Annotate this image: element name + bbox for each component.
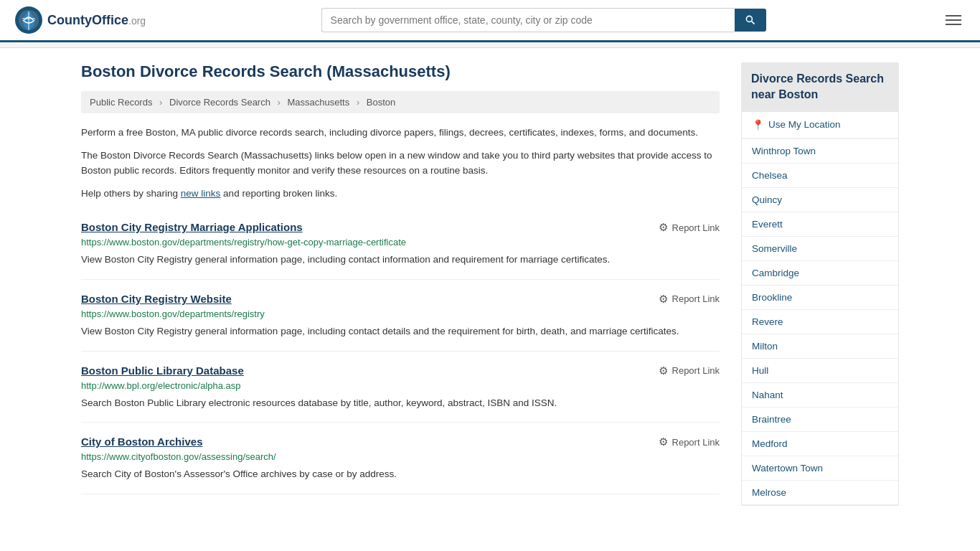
search-icon [745,14,756,26]
new-links-link[interactable]: new links [181,188,221,199]
results-list: Boston City Registry Marriage Applicatio… [81,208,720,494]
search-input[interactable] [321,8,735,32]
result-title-0[interactable]: Boston City Registry Marriage Applicatio… [81,221,303,233]
sidebar-link-12[interactable]: Medford [742,432,898,456]
result-url-3: https://www.cityofboston.gov/assessing/s… [81,451,720,462]
result-url-2: http://www.bpl.org/electronic/alpha.asp [81,380,720,391]
result-desc-3: Search City of Boston's Assessor's Offic… [81,466,720,482]
report-link-button-3[interactable]: ⚙ Report Link [659,435,720,448]
logo-area: CountyOffice.org [14,6,146,34]
sidebar-link-3[interactable]: Everett [742,212,898,236]
breadcrumb: Public Records › Divorce Records Search … [81,91,720,113]
report-label-1: Report Link [672,293,720,304]
intro-paragraph-2: The Boston Divorce Records Search (Massa… [81,148,720,179]
page-title: Boston Divorce Records Search (Massachus… [81,62,720,81]
breadcrumb-divorce-records[interactable]: Divorce Records Search [169,97,270,108]
report-link-button-2[interactable]: ⚙ Report Link [659,364,720,377]
breadcrumb-boston[interactable]: Boston [367,97,395,108]
sidebar-item-braintree[interactable]: Braintree [742,408,898,432]
sidebar-link-10[interactable]: Nahant [742,383,898,407]
result-desc-2: Search Boston Public Library electronic … [81,395,720,411]
sidebar-item-melrose[interactable]: Melrose [742,481,898,505]
report-icon-3: ⚙ [659,435,668,448]
sidebar-link-7[interactable]: Revere [742,310,898,334]
sidebar-link-14[interactable]: Melrose [742,481,898,504]
location-pin-icon: 📍 [752,119,764,131]
breadcrumb-massachusetts[interactable]: Massachusetts [288,97,350,108]
sidebar-link-5[interactable]: Cambridge [742,261,898,285]
sidebar-link-13[interactable]: Watertown Town [742,456,898,480]
report-icon-0: ⚙ [659,221,668,234]
sidebar-link-2[interactable]: Quincy [742,188,898,212]
menu-bar-3 [946,24,961,25]
menu-bar-2 [946,19,961,21]
logo-icon [14,6,43,34]
sidebar-item-brookline[interactable]: Brookline [742,286,898,310]
breadcrumb-public-records[interactable]: Public Records [90,97,152,108]
use-location-label: Use My Location [768,119,841,130]
result-url-0: https://www.boston.gov/departments/regis… [81,237,720,248]
site-header: CountyOffice.org [0,0,980,42]
logo-text: CountyOffice.org [47,13,146,28]
sidebar-link-1[interactable]: Chelsea [742,164,898,187]
result-entry: Boston Public Library Database ⚙ Report … [81,352,720,423]
svg-line-5 [751,22,754,24]
content-area: Boston Divorce Records Search (Massachus… [81,62,720,506]
menu-bar-1 [946,15,961,17]
report-icon-1: ⚙ [659,293,668,306]
sidebar-link-8[interactable]: Milton [742,334,898,358]
result-entry: Boston City Registry Marriage Applicatio… [81,208,720,280]
sidebar-item-quincy[interactable]: Quincy [742,188,898,212]
main-container: Boston Divorce Records Search (Massachus… [67,48,913,520]
result-title-2[interactable]: Boston Public Library Database [81,364,244,377]
search-button[interactable] [735,9,766,32]
sidebar-item-milton[interactable]: Milton [742,334,898,359]
report-label-3: Report Link [672,437,720,448]
sidebar-link-11[interactable]: Braintree [742,408,898,431]
sidebar-item-hull[interactable]: Hull [742,359,898,383]
sidebar-title: Divorce Records Search near Boston [741,62,899,112]
result-url-1: https://www.boston.gov/departments/regis… [81,309,720,319]
report-link-button-0[interactable]: ⚙ Report Link [659,221,720,234]
sidebar-link-6[interactable]: Brookline [742,286,898,309]
sidebar-item-medford[interactable]: Medford [742,432,898,456]
menu-button[interactable] [941,11,966,29]
result-desc-0: View Boston City Registry general inform… [81,252,720,268]
svg-point-4 [746,16,752,22]
sidebar-item-somerville[interactable]: Somerville [742,237,898,261]
sidebar-link-9[interactable]: Hull [742,359,898,382]
sidebar-item-chelsea[interactable]: Chelsea [742,164,898,188]
sidebar-item-nahant[interactable]: Nahant [742,383,898,408]
report-label-0: Report Link [672,222,720,233]
sidebar-link-0[interactable]: Winthrop Town [742,139,898,163]
sidebar: Divorce Records Search near Boston 📍 Use… [741,62,899,506]
subnav-bar [0,42,980,48]
result-entry: Boston City Registry Website ⚙ Report Li… [81,280,720,352]
intro-paragraph-1: Perform a free Boston, MA public divorce… [81,125,720,141]
sidebar-item-cambridge[interactable]: Cambridge [742,261,898,286]
result-title-3[interactable]: City of Boston Archives [81,435,202,448]
report-label-2: Report Link [672,365,720,376]
sidebar-nearby-list: 📍 Use My Location Winthrop TownChelseaQu… [741,112,899,506]
sidebar-use-location[interactable]: 📍 Use My Location [742,112,898,139]
report-link-button-1[interactable]: ⚙ Report Link [659,293,720,306]
search-bar [321,8,766,32]
intro-paragraph-3: Help others by sharing new links and rep… [81,186,720,202]
sidebar-item-everett[interactable]: Everett [742,212,898,237]
sidebar-item-watertown-town[interactable]: Watertown Town [742,456,898,481]
sidebar-item-revere[interactable]: Revere [742,310,898,334]
result-desc-1: View Boston City Registry general inform… [81,324,720,339]
result-entry: City of Boston Archives ⚙ Report Link ht… [81,423,720,494]
report-icon-2: ⚙ [659,364,668,377]
result-title-1[interactable]: Boston City Registry Website [81,293,232,305]
sidebar-item-winthrop-town[interactable]: Winthrop Town [742,139,898,164]
sidebar-link-4[interactable]: Somerville [742,237,898,260]
